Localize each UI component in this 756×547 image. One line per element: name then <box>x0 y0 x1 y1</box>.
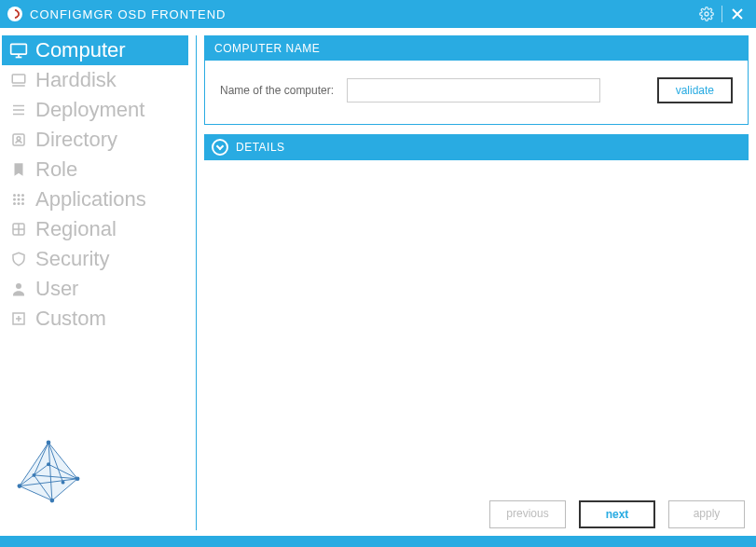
monitor-icon <box>9 41 28 60</box>
svg-point-41 <box>50 499 55 503</box>
user-icon <box>9 280 28 298</box>
svg-point-0 <box>705 12 708 16</box>
titlebar-divider <box>722 6 722 22</box>
svg-point-19 <box>13 202 16 205</box>
sidebar-item-label: Harddisk <box>35 68 117 92</box>
sidebar-item-label: Directory <box>35 128 117 152</box>
globe-icon <box>9 220 28 239</box>
main-content: COMPUTER NAME Name of the computer: vali… <box>204 35 749 530</box>
svg-point-14 <box>18 194 21 197</box>
sidebar-item-computer[interactable]: Computer <box>2 35 188 65</box>
svg-point-44 <box>62 481 65 485</box>
grid-icon <box>9 190 28 209</box>
details-section-body <box>204 170 749 491</box>
svg-marker-29 <box>20 443 77 500</box>
titlebar: CONFIGMGR OSD FRONTEND <box>0 0 756 28</box>
sidebar-item-label: Role <box>35 157 77 182</box>
svg-point-39 <box>47 441 51 445</box>
sidebar-item-deployment[interactable]: Deployment <box>2 95 188 125</box>
chevron-down-icon <box>212 139 228 156</box>
svg-point-20 <box>18 202 21 205</box>
sidebar-item-applications[interactable]: Applications <box>2 185 188 214</box>
sidebar-item-role[interactable]: Role <box>2 155 188 185</box>
settings-button[interactable] <box>695 7 718 21</box>
next-button[interactable]: next <box>579 500 655 528</box>
apply-button[interactable]: apply <box>668 500 745 528</box>
product-logo <box>2 431 188 530</box>
svg-point-18 <box>21 198 24 201</box>
sidebar-item-security[interactable]: Security <box>2 244 188 274</box>
sidebar-item-label: Security <box>35 247 109 271</box>
previous-button[interactable]: previous <box>489 500 566 528</box>
sidebar-item-label: Regional <box>35 217 117 241</box>
list-icon <box>9 101 28 119</box>
shield-icon <box>9 250 28 268</box>
computer-name-panel: COMPUTER NAME Name of the computer: vali… <box>204 35 749 125</box>
sidebar-item-label: User <box>35 277 78 301</box>
details-section-title: DETAILS <box>236 141 285 154</box>
svg-point-25 <box>16 283 21 289</box>
sidebar-item-label: Computer <box>35 38 126 62</box>
svg-point-21 <box>21 202 24 205</box>
bookmark-icon <box>9 160 28 179</box>
svg-point-43 <box>33 473 36 477</box>
sidebar: Computer Harddisk Deployment Directory <box>2 35 188 530</box>
sidebar-item-regional[interactable]: Regional <box>2 214 188 244</box>
computer-name-label: Name of the computer: <box>220 84 334 97</box>
sidebar-item-custom[interactable]: Custom <box>2 304 188 334</box>
sidebar-item-label: Custom <box>35 307 106 331</box>
sccm-logo-icon <box>11 439 86 504</box>
vertical-divider <box>196 35 197 530</box>
svg-rect-3 <box>11 44 27 54</box>
close-button[interactable] <box>726 8 749 20</box>
svg-point-13 <box>13 194 16 197</box>
svg-point-17 <box>18 198 21 201</box>
svg-point-40 <box>76 476 80 481</box>
computer-name-input[interactable] <box>347 78 600 103</box>
validate-button[interactable]: validate <box>657 77 733 103</box>
app-title: CONFIGMGR OSD FRONTEND <box>30 7 227 21</box>
sidebar-item-harddisk[interactable]: Harddisk <box>2 65 188 95</box>
plus-box-icon <box>9 309 28 328</box>
sidebar-item-label: Applications <box>35 187 146 212</box>
details-section-toggle[interactable]: DETAILS <box>204 134 749 160</box>
svg-point-15 <box>21 194 24 197</box>
svg-point-38 <box>18 484 22 488</box>
svg-point-42 <box>47 462 50 466</box>
sidebar-item-label: Deployment <box>35 98 144 122</box>
sidebar-item-user[interactable]: User <box>2 274 188 304</box>
sidebar-item-directory[interactable]: Directory <box>2 125 188 155</box>
bottombar <box>0 536 756 547</box>
harddisk-icon <box>9 71 28 89</box>
contact-icon <box>9 130 28 149</box>
svg-rect-6 <box>12 75 25 83</box>
app-icon <box>7 7 22 21</box>
sidebar-items: Computer Harddisk Deployment Directory <box>2 35 188 334</box>
svg-point-16 <box>13 198 16 201</box>
close-icon <box>732 8 743 20</box>
gear-icon <box>699 7 714 21</box>
wizard-footer: previous next apply <box>204 500 749 530</box>
panel-header: COMPUTER NAME <box>205 36 748 61</box>
svg-point-12 <box>17 137 21 141</box>
